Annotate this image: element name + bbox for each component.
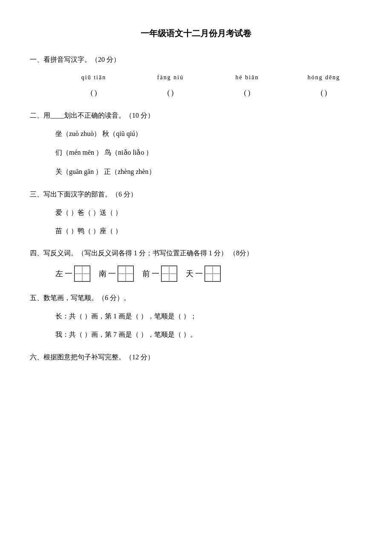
antonym-sep-1: 一 <box>65 267 72 280</box>
section-1-title: 一、看拼音写汉字。（20 分） <box>30 54 362 66</box>
section-3-title: 三、写出下面汉字的部首。（6 分） <box>30 188 362 201</box>
pinyin-text-2: fàng niú <box>157 72 184 83</box>
section-2: 二、用____划出不正确的读音。（10 分） 坐（zuò zhuò） 秋（qiū… <box>30 110 362 178</box>
grid-cell-2-4 <box>126 274 133 281</box>
section-6: 六、根据图意把句子补写完整。（12 分） <box>30 351 362 364</box>
grid-cell-3-4 <box>169 274 177 281</box>
reading-line-3: 关（guān gān ） 正（zhèng zhèn） <box>55 166 362 178</box>
blank-text-3: ( ) <box>244 87 251 99</box>
reading-line-1: 坐（zuò zhuò） 秋（qiū qiú） <box>55 128 362 140</box>
blank-text-1: ( ) <box>91 87 97 99</box>
blank-item-2: ( ) <box>132 87 209 99</box>
blank-text-2: ( ) <box>167 87 174 99</box>
stroke-line-1: 长：共（ ）画，第 1 画是（ ），笔顺是（ ）； <box>55 310 362 323</box>
antonym-sep-4: 一 <box>195 267 203 280</box>
grid-cell-2-3 <box>118 274 126 281</box>
pinyin-text-4: hóng dēng <box>308 72 340 83</box>
reading-section: 坐（zuò zhuò） 秋（qiū qiú） 们（mén mēn ） 鸟（niǎ… <box>30 128 362 178</box>
grid-cell-4-2 <box>213 266 220 274</box>
antonym-item-1: 左 一 <box>55 266 90 282</box>
section-5: 五、数笔画，写笔顺。（6 分）。 长：共（ ）画，第 1 画是（ ），笔顺是（ … <box>30 292 362 341</box>
grid-cell-1-2 <box>82 266 90 274</box>
pinyin-item-4: hóng dēng <box>285 72 362 84</box>
blank-item-3: ( ) <box>209 87 285 99</box>
section-4: 四、写反义词。（写出反义词各得 1 分；书写位置正确各得 1 分） （8分） 左… <box>30 247 362 282</box>
blank-text-4: ( ) <box>321 87 327 99</box>
blank-item-1: ( ) <box>55 87 132 99</box>
antonym-grid-1 <box>74 266 90 282</box>
section-3: 三、写出下面汉字的部首。（6 分） 爱（ ）爸（ ）送（ ） 苗（ ）鸭（ ）座… <box>30 188 362 237</box>
grid-cell-4-3 <box>205 274 213 281</box>
grid-cell-1-4 <box>82 274 90 281</box>
radical-line-2: 苗（ ）鸭（ ）座（ ） <box>55 225 362 237</box>
grid-cell-2-1 <box>118 266 126 274</box>
pinyin-item-1: qiū tiān <box>55 72 132 84</box>
antonym-item-4: 天 一 <box>186 266 221 282</box>
section-2-title: 二、用____划出不正确的读音。（10 分） <box>30 110 362 122</box>
radical-section: 爱（ ）爸（ ）送（ ） 苗（ ）鸭（ ）座（ ） <box>30 207 362 237</box>
reading-line-2: 们（mén mēn ） 鸟（niǎo liǎo ） <box>55 147 362 159</box>
pinyin-item-2: fàng niú <box>132 72 209 84</box>
antonym-char-1: 左 <box>55 267 63 280</box>
antonym-sep-3: 一 <box>152 267 159 280</box>
grid-cell-1-3 <box>75 274 82 281</box>
grid-cell-2-2 <box>126 266 133 274</box>
section-6-title: 六、根据图意把句子补写完整。（12 分） <box>30 351 362 364</box>
grid-cell-1-1 <box>75 266 82 274</box>
pinyin-item-3: hé biān <box>209 72 285 84</box>
stroke-section: 长：共（ ）画，第 1 画是（ ），笔顺是（ ）； 我：共（ ）画，第 7 画是… <box>30 310 362 341</box>
section-5-title: 五、数笔画，写笔顺。（6 分）。 <box>30 292 362 304</box>
antonym-grid-3 <box>161 266 177 282</box>
pinyin-text-3: hé biān <box>236 72 259 83</box>
antonym-char-4: 天 <box>186 267 193 280</box>
antonym-row: 左 一 南 一 前 一 <box>30 266 362 282</box>
grid-cell-3-2 <box>169 266 177 274</box>
antonym-item-2: 南 一 <box>99 266 134 282</box>
pinyin-text-1: qiū tiān <box>81 72 106 83</box>
grid-cell-4-4 <box>213 274 220 281</box>
grid-cell-3-1 <box>161 266 169 274</box>
blank-item-4: ( ) <box>285 87 362 99</box>
antonym-item-3: 前 一 <box>142 266 177 282</box>
radical-line-1: 爱（ ）爸（ ）送（ ） <box>55 207 362 219</box>
section-4-title: 四、写反义词。（写出反义词各得 1 分；书写位置正确各得 1 分） （8分） <box>30 247 362 260</box>
antonym-char-2: 南 <box>99 267 107 280</box>
antonym-char-3: 前 <box>142 267 150 280</box>
antonym-grid-2 <box>118 266 134 282</box>
grid-cell-3-3 <box>161 274 169 281</box>
stroke-line-2: 我：共（ ）画，第 7 画是（ ），笔顺是（ ）。 <box>55 329 362 341</box>
page-title: 一年级语文十二月份月考试卷 <box>30 26 362 41</box>
pinyin-row: qiū tiān fàng niú hé biān hóng dēng <box>30 72 362 84</box>
grid-cell-4-1 <box>205 266 213 274</box>
blank-row: ( ) ( ) ( ) ( ) <box>30 87 362 99</box>
antonym-sep-2: 一 <box>108 267 116 280</box>
antonym-grid-4 <box>205 266 221 282</box>
section-1: 一、看拼音写汉字。（20 分） qiū tiān fàng niú hé biā… <box>30 54 362 99</box>
